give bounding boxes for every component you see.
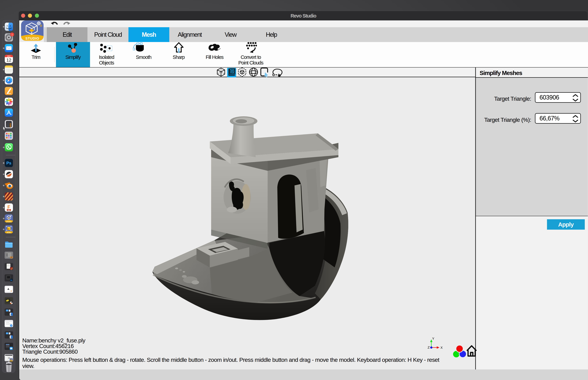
svg-text:SCAN: SCAN bbox=[7, 232, 11, 233]
svg-text:Y: Y bbox=[432, 337, 434, 341]
svg-text:STUDIO: STUDIO bbox=[25, 37, 39, 40]
svg-text:DEZ: DEZ bbox=[7, 55, 11, 57]
svg-text:Ps: Ps bbox=[6, 161, 11, 165]
svg-text:12: 12 bbox=[6, 57, 11, 63]
svg-text:STUDIO: STUDIO bbox=[6, 221, 11, 223]
svg-text:X: X bbox=[440, 346, 443, 350]
svg-text:Z: Z bbox=[428, 346, 430, 350]
svg-text:Ps: Ps bbox=[10, 280, 12, 281]
svg-text:F: F bbox=[11, 290, 12, 292]
svg-text:360: 360 bbox=[7, 209, 10, 211]
svg-text:F: F bbox=[7, 205, 10, 209]
